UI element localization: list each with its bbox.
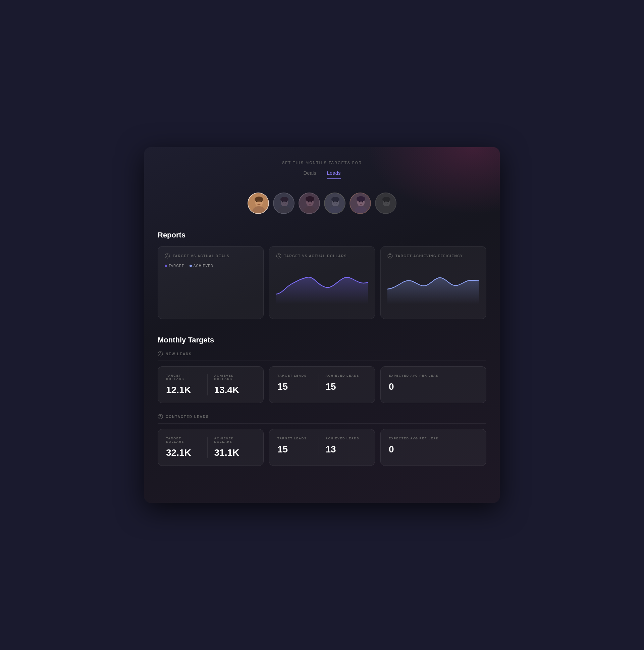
contacted-achieved-leads: ACHIEVED LEADS 13 <box>319 437 367 455</box>
contacted-leads-header: CONTACTED LEADS <box>158 414 486 424</box>
tab-leads[interactable]: Leads <box>327 170 341 179</box>
new-leads-achieved-leads-label: ACHIEVED LEADS <box>326 374 360 377</box>
contacted-expected-avg: EXPECTED AVG PER LEAD 0 <box>389 437 478 455</box>
contacted-achieved-leads-label: ACHIEVED LEADS <box>326 437 360 440</box>
legend-dot-target <box>165 265 167 267</box>
contacted-leads-section: CONTACTED LEADS TARGET DOLLARS 32.1K ACH… <box>158 414 486 466</box>
avatar-3[interactable] <box>298 192 320 214</box>
new-leads-target-leads: TARGET LEADS 15 <box>277 374 319 392</box>
app-container: SET THIS MONTH'S TARGETS FOR Deals Leads <box>144 147 500 503</box>
svg-point-29 <box>357 196 365 202</box>
bar-chart <box>165 272 257 312</box>
new-leads-achieved-dollars: ACHIEVED DOLLARS 13.4K <box>208 374 256 395</box>
avatar-1[interactable] <box>248 192 269 214</box>
report-card-header-efficiency: TARGET ACHIEVING EFFICIENCY <box>387 253 479 259</box>
contacted-achieved-dollars-value: 31.1K <box>214 447 249 458</box>
new-leads-target-dollars: TARGET DOLLARS 12.1K <box>166 374 208 395</box>
contacted-leads-card-2-inner: TARGET LEADS 15 ACHIEVED LEADS 13 <box>277 437 367 455</box>
avatar-6[interactable] <box>375 192 396 214</box>
contacted-target-dollars: TARGET DOLLARS 32.1K <box>166 437 208 458</box>
new-leads-icon <box>158 351 163 357</box>
contacted-target-leads: TARGET LEADS 15 <box>277 437 319 455</box>
contacted-achieved-leads-value: 13 <box>326 444 360 455</box>
new-leads-card-1: TARGET DOLLARS 12.1K ACHIEVED DOLLARS 13… <box>158 366 264 403</box>
contacted-expected-avg-label: EXPECTED AVG PER LEAD <box>389 437 471 440</box>
new-leads-card-2-inner: TARGET LEADS 15 ACHIEVED LEADS 15 <box>277 374 367 392</box>
new-leads-target-dollars-value: 12.1K <box>166 385 201 395</box>
header-subtitle: SET THIS MONTH'S TARGETS FOR <box>158 161 486 165</box>
contacted-leads-card-3: EXPECTED AVG PER LEAD 0 <box>380 429 486 466</box>
contacted-target-leads-value: 15 <box>277 444 312 455</box>
header: SET THIS MONTH'S TARGETS FOR Deals Leads <box>158 161 486 179</box>
svg-point-17 <box>306 196 314 202</box>
svg-point-23 <box>331 197 339 202</box>
new-leads-target-dollars-label: TARGET DOLLARS <box>166 374 201 381</box>
contacted-target-leads-label: TARGET LEADS <box>277 437 312 440</box>
contacted-leads-card-3-inner: EXPECTED AVG PER LEAD 0 <box>389 437 478 455</box>
new-leads-card-1-inner: TARGET DOLLARS 12.1K ACHIEVED DOLLARS 13… <box>166 374 255 395</box>
legend-target-label: TARGET <box>169 264 184 268</box>
report-icon-deals <box>165 253 170 259</box>
contacted-achieved-dollars: ACHIEVED DOLLARS 31.1K <box>208 437 256 458</box>
line-chart-dollars <box>276 264 368 304</box>
new-leads-achieved-leads-value: 15 <box>326 381 360 392</box>
report-card-title-dollars: TARGET VS ACTUAL DOLLARS <box>284 254 347 258</box>
monthly-targets-title: Monthly Targets <box>158 336 486 345</box>
line-chart-efficiency <box>387 264 479 304</box>
report-card-efficiency: TARGET ACHIEVING EFFICIENCY <box>380 246 486 319</box>
contacted-leads-icon <box>158 414 163 419</box>
contacted-leads-metrics: TARGET DOLLARS 32.1K ACHIEVED DOLLARS 31… <box>158 429 486 466</box>
tab-deals[interactable]: Deals <box>303 170 316 179</box>
report-card-header-deals: TARGET VS ACTUAL DEALS <box>165 253 257 259</box>
contacted-leads-title: CONTACTED LEADS <box>166 415 209 419</box>
new-leads-target-leads-value: 15 <box>277 381 312 392</box>
report-card-title-deals: TARGET VS ACTUAL DEALS <box>173 254 229 258</box>
legend-achieved-label: ACHIEVED <box>193 264 213 268</box>
contacted-leads-card-1-inner: TARGET DOLLARS 32.1K ACHIEVED DOLLARS 31… <box>166 437 255 458</box>
avatar-5[interactable] <box>350 192 371 214</box>
new-leads-achieved-dollars-label: ACHIEVED DOLLARS <box>214 374 249 381</box>
svg-point-11 <box>280 197 288 202</box>
legend-dot-achieved <box>189 265 192 267</box>
reports-title: Reports <box>158 231 486 240</box>
avatar-2[interactable] <box>273 192 294 214</box>
new-leads-header: NEW LEADS <box>158 351 486 361</box>
chart-legend: TARGET ACHIEVED <box>165 264 257 268</box>
contacted-achieved-dollars-label: ACHIEVED DOLLARS <box>214 437 249 443</box>
legend-achieved: ACHIEVED <box>189 264 213 268</box>
svg-point-35 <box>382 197 390 202</box>
new-leads-card-2: TARGET LEADS 15 ACHIEVED LEADS 15 <box>269 366 375 403</box>
report-card-dollars: TARGET VS ACTUAL DOLLARS <box>269 246 375 319</box>
report-card-deals: TARGET VS ACTUAL DEALS TARGET ACHIEVED <box>158 246 264 319</box>
new-leads-achieved-leads: ACHIEVED LEADS 15 <box>319 374 367 392</box>
report-icon-dollars <box>276 253 281 259</box>
new-leads-achieved-dollars-value: 13.4K <box>214 385 249 395</box>
contacted-target-dollars-value: 32.1K <box>166 447 201 458</box>
contacted-target-dollars-label: TARGET DOLLARS <box>166 437 201 443</box>
avatars-row <box>158 192 486 214</box>
new-leads-expected-avg-value: 0 <box>389 381 471 392</box>
report-card-title-efficiency: TARGET ACHIEVING EFFICIENCY <box>395 254 463 258</box>
new-leads-expected-avg-label: EXPECTED AVG PER LEAD <box>389 374 471 377</box>
contacted-expected-avg-value: 0 <box>389 444 471 455</box>
report-icon-efficiency <box>387 253 393 259</box>
tabs: Deals Leads <box>303 170 341 179</box>
new-leads-target-leads-label: TARGET LEADS <box>277 374 312 377</box>
contacted-leads-card-1: TARGET DOLLARS 32.1K ACHIEVED DOLLARS 31… <box>158 429 264 466</box>
report-card-header-dollars: TARGET VS ACTUAL DOLLARS <box>276 253 368 259</box>
new-leads-metrics: TARGET DOLLARS 12.1K ACHIEVED DOLLARS 13… <box>158 366 486 403</box>
new-leads-card-3: EXPECTED AVG PER LEAD 0 <box>380 366 486 403</box>
contacted-leads-card-2: TARGET LEADS 15 ACHIEVED LEADS 13 <box>269 429 375 466</box>
new-leads-card-3-inner: EXPECTED AVG PER LEAD 0 <box>389 374 478 392</box>
avatar-4[interactable] <box>324 192 346 214</box>
new-leads-section: NEW LEADS TARGET DOLLARS 12.1K ACHIEVED … <box>158 351 486 403</box>
legend-target: TARGET <box>165 264 184 268</box>
new-leads-title: NEW LEADS <box>166 352 192 356</box>
reports-grid: TARGET VS ACTUAL DEALS TARGET ACHIEVED <box>158 246 486 319</box>
new-leads-expected-avg: EXPECTED AVG PER LEAD 0 <box>389 374 478 392</box>
